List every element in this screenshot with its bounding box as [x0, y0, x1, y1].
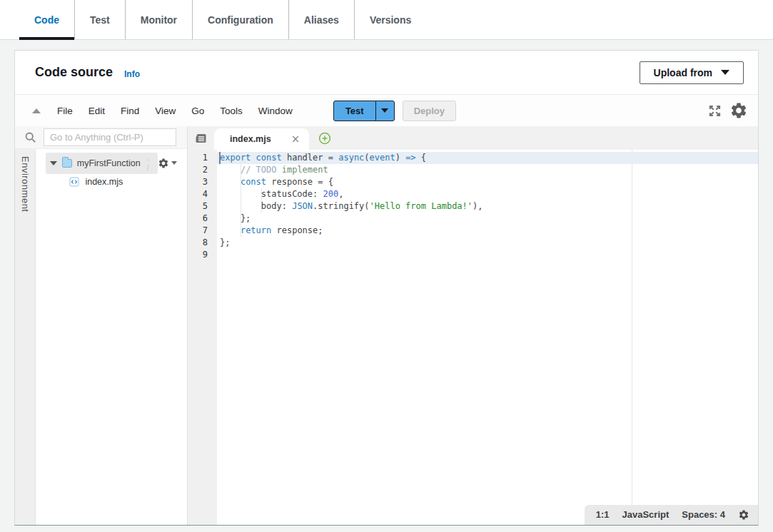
tree-expand-caret-icon[interactable]	[50, 161, 57, 165]
lambda-console-page: CodeTestMonitorConfigurationAliasesVersi…	[0, 0, 773, 532]
line-number: 7	[188, 225, 217, 237]
caret-down-icon	[171, 161, 177, 165]
file-tree: myFirstFunction - /	[36, 149, 187, 525]
folder-pill: myFirstFunction - /	[46, 153, 158, 174]
statusbar-gear-icon[interactable]	[738, 509, 749, 521]
file-code-icon	[69, 177, 79, 187]
tab-code[interactable]: Code	[19, 0, 74, 39]
dropdown-arrow-icon	[721, 70, 729, 75]
code-line: // TODO implement	[217, 164, 758, 176]
tab-versions[interactable]: Versions	[354, 0, 426, 39]
menu-window[interactable]: Window	[251, 106, 300, 116]
menu-items: FileEditFindViewGoToolsWindow	[49, 104, 300, 117]
menu-find[interactable]: Find	[113, 106, 147, 116]
close-icon[interactable]: ×	[291, 134, 300, 145]
menu-go[interactable]: Go	[183, 106, 212, 116]
page-title: Code source	[35, 65, 113, 80]
upload-from-button[interactable]: Upload from	[640, 61, 744, 84]
line-number: 5	[188, 200, 217, 213]
top-tab-bar: CodeTestMonitorConfigurationAliasesVersi…	[0, 0, 773, 40]
code-pane[interactable]: export const handler = async(event) => {…	[217, 152, 758, 261]
code-editor[interactable]: 123456789 export const handler = async(e…	[188, 150, 758, 525]
line-number-gutter: 123456789	[188, 150, 217, 525]
tree-gear-icon	[158, 158, 169, 169]
editor-status-bar: 1:1 JavaScript Spaces: 4	[585, 505, 758, 525]
line-number: 8	[188, 237, 217, 249]
cursor-position[interactable]: 1:1	[596, 508, 610, 521]
tab-configuration[interactable]: Configuration	[192, 0, 288, 39]
line-number: 4	[188, 188, 217, 200]
workspace: Environment myFirstFunction - /	[15, 126, 758, 525]
text-cursor	[219, 152, 221, 164]
tab-list-icon[interactable]	[193, 131, 208, 145]
caret-down-icon	[381, 108, 388, 113]
panel-body: Environment myFirstFunction - /	[15, 149, 187, 525]
menu-file[interactable]: File	[49, 106, 81, 116]
card-header: Code source Info Upload from	[15, 51, 758, 95]
test-button[interactable]: Test	[333, 101, 376, 121]
line-number: 6	[188, 213, 217, 225]
search-icon	[24, 131, 36, 143]
tab-test[interactable]: Test	[74, 0, 125, 39]
editor-tab-index-mjs[interactable]: index.mjs ×	[214, 128, 309, 150]
code-line: statusCode: 200,	[217, 188, 758, 200]
code-line: return response;	[217, 225, 758, 237]
test-split-button: Test	[333, 101, 395, 121]
editor-settings-gear-icon[interactable]	[729, 101, 748, 120]
search-row	[15, 126, 187, 149]
code-line: export const handler = async(event) => {	[217, 152, 758, 164]
language-mode[interactable]: JavaScript	[622, 508, 670, 521]
add-tab-icon[interactable]	[318, 132, 331, 145]
line-number: 9	[188, 249, 217, 261]
line-number: 1	[188, 152, 217, 164]
folder-icon	[62, 159, 71, 168]
code-line: const response = {	[217, 176, 758, 188]
file-name: index.mjs	[85, 177, 123, 187]
tree-folder-row[interactable]: myFirstFunction - /	[36, 154, 187, 172]
menubar-icons	[707, 101, 748, 120]
line-number: 2	[188, 164, 217, 176]
goto-anything-input[interactable]	[44, 128, 176, 146]
upload-from-label: Upload from	[654, 67, 712, 78]
fullscreen-icon[interactable]	[707, 103, 722, 118]
left-panel: Environment myFirstFunction - /	[15, 126, 187, 525]
test-dropdown-button[interactable]	[375, 101, 395, 121]
menu-edit[interactable]: Edit	[81, 106, 113, 116]
editor-tab-bar: index.mjs ×	[188, 126, 758, 150]
collapse-menu-icon[interactable]	[32, 108, 41, 113]
code-source-card: Code source Info Upload from FileEditFin…	[14, 50, 759, 526]
folder-name: myFirstFunction	[77, 158, 141, 168]
tree-settings-button[interactable]	[158, 158, 177, 169]
code-line: };	[217, 213, 758, 225]
tab-aliases[interactable]: Aliases	[288, 0, 354, 39]
editor-column: index.mjs × 123456789	[187, 126, 758, 525]
folder-suffix: - /	[147, 155, 152, 172]
top-tabs: CodeTestMonitorConfigurationAliasesVersi…	[0, 0, 773, 39]
environment-tab[interactable]: Environment	[20, 156, 31, 525]
info-link[interactable]: Info	[124, 69, 140, 79]
editor-tab-label: index.mjs	[230, 134, 271, 144]
code-line	[217, 249, 758, 261]
menu-view[interactable]: View	[147, 106, 183, 116]
spaces-setting[interactable]: Spaces: 4	[682, 508, 725, 521]
tab-monitor[interactable]: Monitor	[125, 0, 192, 39]
tree-file-row[interactable]: index.mjs	[36, 173, 187, 190]
editor-menu-bar: FileEditFindViewGoToolsWindow Test Deplo…	[15, 95, 758, 126]
code-line: };	[217, 237, 758, 249]
deploy-button[interactable]: Deploy	[403, 101, 456, 121]
line-number: 3	[188, 176, 217, 188]
environment-strip: Environment	[15, 149, 36, 525]
menu-tools[interactable]: Tools	[212, 106, 251, 116]
code-line: body: JSON.stringify('Hello from Lambda!…	[217, 200, 758, 213]
